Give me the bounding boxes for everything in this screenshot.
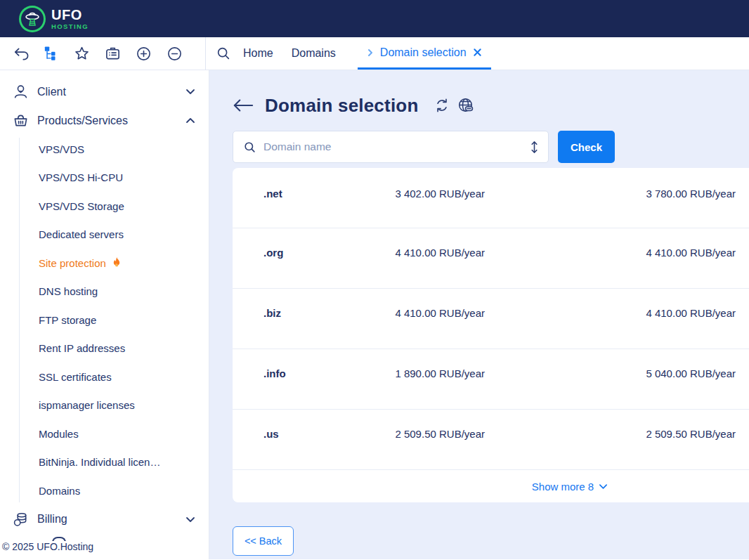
flame-icon bbox=[112, 256, 122, 268]
tld-label: .biz bbox=[263, 307, 362, 319]
sidebar-item-vps-vds[interactable]: VPS/VDS bbox=[0, 135, 209, 164]
domain-row-net[interactable]: .net 3 402.00 RUB/year 3 780.00 RUB/year bbox=[233, 168, 749, 228]
favorites-star-icon[interactable] bbox=[74, 45, 90, 62]
app-window: UFO HOSTING bbox=[0, 0, 749, 560]
back-button[interactable]: << Back bbox=[233, 526, 294, 556]
register-price: 2 509.50 RUB/year bbox=[362, 428, 485, 440]
check-button[interactable]: Check bbox=[558, 131, 615, 163]
ufo-hosting-logo[interactable]: UFO HOSTING bbox=[19, 6, 89, 32]
sidebar-client-label: Client bbox=[37, 86, 185, 98]
sidebar-item-ispmanager-licenses[interactable]: ispmanager licenses bbox=[0, 391, 209, 420]
sort-updown-icon[interactable] bbox=[529, 140, 540, 155]
toolbar-row: Home Domains Domain selection bbox=[0, 37, 749, 70]
tree-view-icon[interactable] bbox=[44, 45, 59, 62]
sidebar-products-label: Products/Services bbox=[37, 115, 185, 127]
register-price: 1 890.00 RUB/year bbox=[362, 367, 485, 379]
sidebar-item-ssl-certificates[interactable]: SSL certificates bbox=[0, 363, 209, 391]
top-header: UFO HOSTING bbox=[0, 0, 749, 37]
page-title-row: Domain selection bbox=[233, 91, 749, 119]
dashboard-card-icon[interactable] bbox=[105, 45, 121, 62]
tab-bar: Home Domains Domain selection bbox=[206, 37, 491, 70]
sidebar-item-vps-vds-storage[interactable]: VPS/VDS Storage bbox=[0, 192, 209, 221]
tld-label: .us bbox=[263, 428, 362, 440]
domain-row-org[interactable]: .org 4 410.00 RUB/year 4 410.00 RUB/year bbox=[233, 228, 749, 289]
tab-home[interactable]: Home bbox=[234, 37, 282, 70]
show-more-row: Show more 8 bbox=[233, 470, 749, 502]
sidebar-item-dedicated-servers[interactable]: Dedicated servers bbox=[0, 221, 209, 249]
tld-label: .org bbox=[263, 247, 362, 259]
tab-domain-selection[interactable]: Domain selection bbox=[358, 37, 491, 70]
tld-label: .info bbox=[263, 367, 362, 379]
sidebar-item-bitninja[interactable]: BitNinja. Individual licen… bbox=[0, 448, 209, 477]
zoom-in-icon[interactable] bbox=[136, 45, 152, 62]
whois-globe-icon[interactable] bbox=[457, 97, 474, 114]
products-subtree: VPS/VDS VPS/VDS Hi-CPU VPS/VDS Storage D… bbox=[0, 135, 209, 505]
sidebar-item-rent-ip-addresses[interactable]: Rent IP addresses bbox=[0, 334, 209, 363]
renew-price: 4 410.00 RUB/year bbox=[485, 307, 736, 319]
chevron-down-icon bbox=[185, 514, 196, 525]
sidebar-billing-label: Billing bbox=[37, 513, 185, 526]
chevron-down-icon bbox=[599, 483, 608, 490]
renew-price: 5 040.00 RUB/year bbox=[485, 367, 736, 379]
client-user-icon bbox=[13, 84, 29, 100]
search-icon bbox=[243, 141, 256, 154]
chevron-up-icon bbox=[185, 115, 196, 126]
sidebar-section-client[interactable]: Client bbox=[0, 77, 209, 106]
ufo-logo-icon bbox=[19, 6, 46, 32]
domain-price-table: .net 3 402.00 RUB/year 3 780.00 RUB/year… bbox=[233, 168, 749, 502]
domain-search-box[interactable] bbox=[233, 131, 549, 163]
zoom-out-icon[interactable] bbox=[167, 45, 183, 62]
sidebar-item-ftp-storage[interactable]: FTP storage bbox=[0, 306, 209, 334]
tab-domain-selection-label: Domain selection bbox=[380, 46, 467, 59]
sidebar-item-domains[interactable]: Domains bbox=[0, 476, 209, 505]
sidebar-section-products[interactable]: Products/Services bbox=[0, 106, 209, 135]
brand-subtitle: HOSTING bbox=[51, 23, 89, 30]
register-price: 3 402.00 RUB/year bbox=[362, 188, 485, 200]
domain-row-us[interactable]: .us 2 509.50 RUB/year 2 509.50 RUB/year bbox=[233, 410, 749, 470]
sidebar-section-billing[interactable]: Billing bbox=[0, 505, 209, 534]
sidebar-item-dns-hosting[interactable]: DNS hosting bbox=[0, 278, 209, 306]
coins-icon bbox=[13, 512, 29, 528]
domain-search-row: Check bbox=[233, 131, 749, 163]
register-price: 4 410.00 RUB/year bbox=[362, 307, 485, 319]
main-content: Domain selection bbox=[209, 70, 749, 559]
sidebar-item-site-protection[interactable]: Site protection bbox=[0, 249, 209, 278]
domain-row-info[interactable]: .info 1 890.00 RUB/year 5 040.00 RUB/yea… bbox=[233, 349, 749, 410]
renew-price: 3 780.00 RUB/year bbox=[485, 188, 736, 200]
tab-domains[interactable]: Domains bbox=[282, 37, 345, 70]
show-more-link[interactable]: Show more 8 bbox=[532, 481, 608, 493]
chevron-right-icon bbox=[367, 48, 374, 57]
domain-row-biz[interactable]: .biz 4 410.00 RUB/year 4 410.00 RUB/year bbox=[233, 289, 749, 349]
tab-close-icon[interactable] bbox=[473, 48, 482, 57]
sidebar: Client Products/Services bbox=[0, 70, 209, 559]
copyright-footer: © 2025 UFO.Hosting bbox=[0, 541, 209, 559]
back-arrow-icon[interactable] bbox=[233, 97, 254, 114]
brand-name: UFO bbox=[51, 8, 89, 22]
tab-domains-label: Domains bbox=[292, 47, 336, 60]
sidebar-item-vps-vds-hi-cpu[interactable]: VPS/VDS Hi-CPU bbox=[0, 164, 209, 193]
toolbar-icons bbox=[0, 37, 206, 70]
chevron-down-icon bbox=[185, 86, 196, 98]
basket-icon bbox=[13, 112, 29, 129]
sidebar-item-modules[interactable]: Modules bbox=[0, 419, 209, 448]
tld-label: .net bbox=[263, 188, 362, 200]
back-history-icon[interactable] bbox=[13, 45, 29, 62]
renew-price: 2 509.50 RUB/year bbox=[485, 428, 736, 440]
renew-price: 4 410.00 RUB/year bbox=[485, 247, 736, 259]
tab-home-label: Home bbox=[243, 47, 273, 60]
register-price: 4 410.00 RUB/year bbox=[362, 247, 485, 259]
refresh-icon[interactable] bbox=[434, 97, 450, 114]
page-title: Domain selection bbox=[265, 95, 418, 117]
domain-name-input[interactable] bbox=[263, 141, 529, 153]
